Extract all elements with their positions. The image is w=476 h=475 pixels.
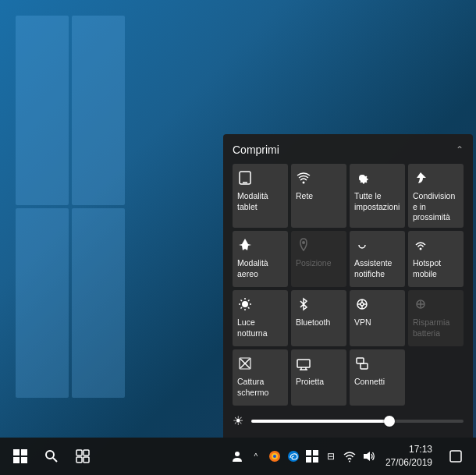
- tile-snip-label: Cattura schermo: [237, 377, 283, 398]
- project-icon: [296, 356, 311, 374]
- tile-notif-assistant[interactable]: Assistente notifiche: [350, 231, 405, 287]
- clock[interactable]: 17:13 27/06/2019: [385, 443, 432, 470]
- tile-battery-saver-label: Risparmia batteria: [413, 317, 459, 339]
- svg-point-3: [302, 241, 305, 244]
- start-button[interactable]: [6, 442, 34, 470]
- tile-airplane[interactable]: Modalità aereo: [233, 231, 288, 287]
- svg-point-40: [235, 452, 240, 456]
- svg-rect-51: [450, 451, 461, 462]
- tile-project-label: Proietta: [296, 377, 324, 388]
- svg-point-43: [273, 455, 276, 458]
- tile-location-label: Posizione: [296, 258, 332, 269]
- win-tile-bl: [16, 208, 69, 398]
- device-tray-icon[interactable]: ⊟: [323, 448, 339, 464]
- vpn-icon: [354, 296, 370, 314]
- brightness-fill: [251, 420, 389, 423]
- tile-connect-label: Connetti: [354, 377, 385, 388]
- win-tile-tr: [72, 16, 125, 205]
- svg-line-11: [248, 307, 250, 309]
- svg-rect-30: [13, 449, 20, 456]
- svg-marker-50: [364, 452, 370, 461]
- svg-point-2: [303, 182, 305, 184]
- brightness-icon: ☀: [233, 413, 243, 428]
- wifi-tray-icon[interactable]: [342, 448, 357, 464]
- bluetooth-icon: [296, 296, 311, 314]
- win-tile-tl: [16, 16, 69, 205]
- tile-settings[interactable]: Tutte le impostazioni: [350, 164, 405, 228]
- taskbar: ^: [0, 438, 476, 475]
- svg-rect-39: [83, 457, 89, 463]
- svg-point-15: [361, 303, 364, 306]
- snip-icon: [237, 356, 253, 374]
- tile-empty: [408, 349, 464, 406]
- tile-snip[interactable]: Cattura schermo: [233, 349, 288, 406]
- svg-line-13: [241, 307, 243, 309]
- tile-bluetooth[interactable]: Bluetooth: [291, 290, 346, 346]
- browser-tray-icon[interactable]: [267, 448, 282, 464]
- svg-point-49: [349, 461, 350, 463]
- edge-tray-icon[interactable]: [286, 448, 301, 464]
- action-center-panel: Comprimi ⌃ Modalità tablet Rete Tutte le…: [223, 134, 473, 438]
- panel-header: Comprimi ⌃: [233, 144, 464, 156]
- svg-rect-46: [313, 450, 318, 456]
- volume-tray-icon[interactable]: [361, 448, 376, 464]
- tile-notif-assistant-label: Assistente notifiche: [354, 258, 400, 279]
- svg-rect-29: [361, 363, 368, 369]
- taskview-button[interactable]: [69, 442, 97, 470]
- tile-hotspot[interactable]: Hotspot mobile: [408, 231, 464, 287]
- night-light-icon: [237, 296, 253, 314]
- chevron-tray-icon[interactable]: ^: [248, 448, 264, 464]
- settings-icon: [354, 170, 370, 188]
- svg-rect-28: [357, 358, 364, 363]
- tile-network-label: Rete: [296, 191, 313, 202]
- airplane-icon: [237, 237, 253, 255]
- collapse-button[interactable]: ⌃: [456, 144, 464, 155]
- tile-share-nearby[interactable]: Condivisione in prossimità: [408, 164, 464, 228]
- tile-bluetooth-label: Bluetooth: [296, 317, 330, 328]
- taskbar-right: ^: [229, 442, 470, 470]
- tile-project[interactable]: Proietta: [291, 349, 346, 406]
- svg-line-35: [53, 458, 57, 462]
- tile-network[interactable]: Rete: [291, 164, 346, 228]
- svg-point-34: [46, 451, 54, 459]
- hotspot-icon: [413, 237, 428, 255]
- svg-rect-38: [76, 457, 82, 463]
- windows-logo: [16, 16, 125, 398]
- tablet-mode-icon: [237, 170, 253, 188]
- location-icon: [296, 237, 311, 255]
- win-tile-br: [72, 208, 125, 398]
- connect-icon: [354, 356, 370, 374]
- tile-night-light[interactable]: Luce notturna: [233, 290, 288, 346]
- windows-tray-icon[interactable]: [304, 448, 320, 464]
- tile-airplane-label: Modalità aereo: [237, 258, 283, 279]
- tile-tablet-mode-label: Modalità tablet: [237, 191, 283, 212]
- svg-point-4: [420, 248, 422, 250]
- tiles-grid: Modalità tablet Rete Tutte le impostazio…: [233, 164, 464, 406]
- people-tray-icon[interactable]: [229, 448, 245, 464]
- svg-line-12: [248, 300, 250, 302]
- svg-line-10: [241, 300, 243, 302]
- tile-connect[interactable]: Connetti: [350, 349, 405, 406]
- share-nearby-icon: [413, 170, 428, 188]
- tile-night-light-label: Luce notturna: [237, 317, 283, 339]
- svg-rect-24: [297, 360, 310, 367]
- tile-settings-label: Tutte le impostazioni: [354, 191, 400, 212]
- taskbar-left: [6, 442, 229, 470]
- notif-assistant-icon: [354, 237, 370, 255]
- svg-rect-33: [21, 457, 27, 463]
- brightness-row: ☀: [233, 413, 464, 428]
- tile-hotspot-label: Hotspot mobile: [413, 258, 459, 279]
- svg-rect-37: [83, 450, 89, 456]
- clock-date: 27/06/2019: [385, 456, 432, 470]
- brightness-thumb[interactable]: [384, 416, 395, 427]
- svg-rect-32: [13, 457, 20, 463]
- tile-location[interactable]: Posizione: [291, 231, 346, 287]
- search-button[interactable]: [37, 442, 66, 470]
- tile-battery-saver[interactable]: Risparmia batteria: [408, 290, 464, 346]
- action-center-button[interactable]: [442, 442, 470, 470]
- svg-rect-47: [306, 457, 311, 463]
- brightness-slider[interactable]: [251, 420, 464, 423]
- tile-vpn[interactable]: VPN: [350, 290, 405, 346]
- battery-saver-icon: [413, 296, 428, 314]
- tile-tablet-mode[interactable]: Modalità tablet: [233, 164, 288, 228]
